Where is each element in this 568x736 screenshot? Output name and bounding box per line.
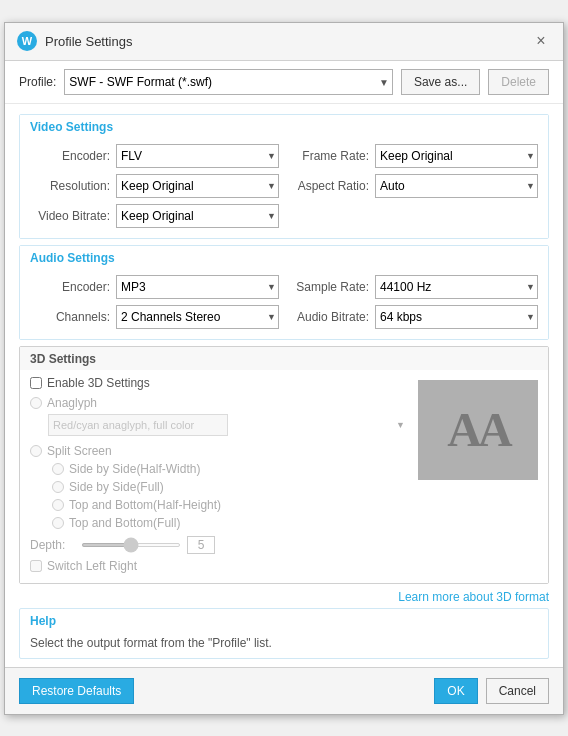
- close-button[interactable]: ×: [531, 31, 551, 51]
- main-content: Video Settings Encoder: FLV ▼: [5, 104, 563, 667]
- audio-bitrate-select[interactable]: 64 kbps: [375, 305, 538, 329]
- anaglyph-label: Anaglyph: [47, 396, 97, 410]
- 3d-settings-header: 3D Settings: [20, 347, 548, 370]
- video-bitrate-label: Video Bitrate:: [30, 209, 110, 223]
- audio-settings-body: Encoder: MP3 ▼ Sample Rate:: [20, 269, 548, 339]
- frame-rate-select[interactable]: Keep Original: [375, 144, 538, 168]
- audio-settings-section: Audio Settings Encoder: MP3 ▼: [19, 245, 549, 340]
- video-settings-body: Encoder: FLV ▼ Frame Rate:: [20, 138, 548, 238]
- help-section: Help Select the output format from the "…: [19, 608, 549, 659]
- audio-bitrate-label: Audio Bitrate:: [289, 310, 369, 324]
- resolution-wrap: Keep Original ▼: [116, 174, 279, 198]
- aspect-ratio-label: Aspect Ratio:: [289, 179, 369, 193]
- top-bottom-full-radio[interactable]: [52, 517, 64, 529]
- split-screen-radio[interactable]: [30, 445, 42, 457]
- top-bottom-half-row: Top and Bottom(Half-Height): [52, 498, 408, 512]
- anaglyph-row: Anaglyph: [30, 396, 408, 410]
- audio-encoder-select[interactable]: MP3: [116, 275, 279, 299]
- help-body: Select the output format from the "Profi…: [20, 632, 548, 658]
- enable-3d-label: Enable 3D Settings: [47, 376, 150, 390]
- frame-rate-row: Frame Rate: Keep Original ▼: [289, 144, 538, 168]
- encoder-label: Encoder:: [30, 149, 110, 163]
- side-by-side-half-row: Side by Side(Half-Width): [52, 462, 408, 476]
- depth-row: Depth: 5: [30, 536, 408, 554]
- anaglyph-type-wrap: Red/cyan anaglyph, full color ▼: [48, 414, 408, 436]
- top-bottom-full-label: Top and Bottom(Full): [69, 516, 180, 530]
- 3d-settings-section: 3D Settings Enable 3D Settings Anaglyph: [19, 346, 549, 584]
- cancel-button[interactable]: Cancel: [486, 678, 549, 704]
- footer-right: OK Cancel: [434, 678, 549, 704]
- resolution-label: Resolution:: [30, 179, 110, 193]
- 3d-settings-body: Enable 3D Settings Anaglyph Red/cyan ana…: [20, 370, 548, 583]
- audio-encoder-wrap: MP3 ▼: [116, 275, 279, 299]
- top-bottom-half-label: Top and Bottom(Half-Height): [69, 498, 221, 512]
- switch-row: Switch Left Right: [30, 559, 408, 573]
- aspect-ratio-select[interactable]: Auto: [375, 174, 538, 198]
- encoder-wrap: FLV ▼: [116, 144, 279, 168]
- split-screen-label: Split Screen: [47, 444, 112, 458]
- split-screen-options: Side by Side(Half-Width) Side by Side(Fu…: [52, 462, 408, 530]
- channels-label: Channels:: [30, 310, 110, 324]
- learn-more-row: Learn more about 3D format: [19, 590, 549, 604]
- switch-checkbox[interactable]: [30, 560, 42, 572]
- enable-3d-row: Enable 3D Settings: [30, 376, 408, 390]
- profile-row: Profile: SWF - SWF Format (*.swf) ▼ Save…: [5, 61, 563, 104]
- save-as-button[interactable]: Save as...: [401, 69, 480, 95]
- learn-more-link[interactable]: Learn more about 3D format: [398, 590, 549, 604]
- video-settings-section: Video Settings Encoder: FLV ▼: [19, 114, 549, 239]
- video-bitrate-wrap: Keep Original ▼: [116, 204, 279, 228]
- help-header: Help: [20, 609, 548, 632]
- sample-rate-label: Sample Rate:: [289, 280, 369, 294]
- anaglyph-type-select[interactable]: Red/cyan anaglyph, full color: [48, 414, 228, 436]
- profile-label: Profile:: [19, 75, 56, 89]
- audio-bitrate-row: Audio Bitrate: 64 kbps ▼: [289, 305, 538, 329]
- side-by-side-full-label: Side by Side(Full): [69, 480, 164, 494]
- frame-rate-label: Frame Rate:: [289, 149, 369, 163]
- delete-button[interactable]: Delete: [488, 69, 549, 95]
- profile-select-wrap: SWF - SWF Format (*.swf) ▼: [64, 69, 393, 95]
- profile-settings-dialog: W Profile Settings × Profile: SWF - SWF …: [4, 22, 564, 715]
- aspect-ratio-wrap: Auto ▼: [375, 174, 538, 198]
- depth-label: Depth:: [30, 538, 75, 552]
- audio-settings-header: Audio Settings: [20, 246, 548, 269]
- audio-bitrate-wrap: 64 kbps ▼: [375, 305, 538, 329]
- 3d-settings-left: Enable 3D Settings Anaglyph Red/cyan ana…: [30, 376, 408, 573]
- split-screen-row: Split Screen: [30, 444, 408, 458]
- side-by-side-half-radio[interactable]: [52, 463, 64, 475]
- channels-select[interactable]: 2 Channels Stereo: [116, 305, 279, 329]
- restore-defaults-button[interactable]: Restore Defaults: [19, 678, 134, 704]
- top-bottom-half-radio[interactable]: [52, 499, 64, 511]
- depth-value: 5: [187, 536, 215, 554]
- sample-rate-row: Sample Rate: 44100 Hz ▼: [289, 275, 538, 299]
- sample-rate-select[interactable]: 44100 Hz: [375, 275, 538, 299]
- 3d-preview: AA: [418, 380, 538, 480]
- footer: Restore Defaults OK Cancel: [5, 667, 563, 714]
- channels-wrap: 2 Channels Stereo ▼: [116, 305, 279, 329]
- profile-select[interactable]: SWF - SWF Format (*.swf): [64, 69, 393, 95]
- dialog-title: Profile Settings: [45, 34, 132, 49]
- title-bar-left: W Profile Settings: [17, 31, 132, 51]
- resolution-select[interactable]: Keep Original: [116, 174, 279, 198]
- depth-slider[interactable]: [81, 543, 181, 547]
- resolution-row: Resolution: Keep Original ▼: [30, 174, 279, 198]
- ok-button[interactable]: OK: [434, 678, 477, 704]
- side-by-side-full-radio[interactable]: [52, 481, 64, 493]
- encoder-select[interactable]: FLV: [116, 144, 279, 168]
- enable-3d-checkbox[interactable]: [30, 377, 42, 389]
- audio-encoder-row: Encoder: MP3 ▼: [30, 275, 279, 299]
- sample-rate-wrap: 44100 Hz ▼: [375, 275, 538, 299]
- side-by-side-half-label: Side by Side(Half-Width): [69, 462, 200, 476]
- anaglyph-radio[interactable]: [30, 397, 42, 409]
- aspect-ratio-row: Aspect Ratio: Auto ▼: [289, 174, 538, 198]
- channels-row: Channels: 2 Channels Stereo ▼: [30, 305, 279, 329]
- 3d-preview-text: AA: [447, 402, 508, 457]
- switch-label: Switch Left Right: [47, 559, 137, 573]
- anaglyph-type-arrow-icon: ▼: [396, 420, 405, 430]
- side-by-side-full-row: Side by Side(Full): [52, 480, 408, 494]
- video-bitrate-select[interactable]: Keep Original: [116, 204, 279, 228]
- audio-encoder-label: Encoder:: [30, 280, 110, 294]
- app-icon: W: [17, 31, 37, 51]
- frame-rate-wrap: Keep Original ▼: [375, 144, 538, 168]
- audio-settings-grid: Encoder: MP3 ▼ Sample Rate:: [30, 275, 538, 329]
- video-settings-grid: Encoder: FLV ▼ Frame Rate:: [30, 144, 538, 228]
